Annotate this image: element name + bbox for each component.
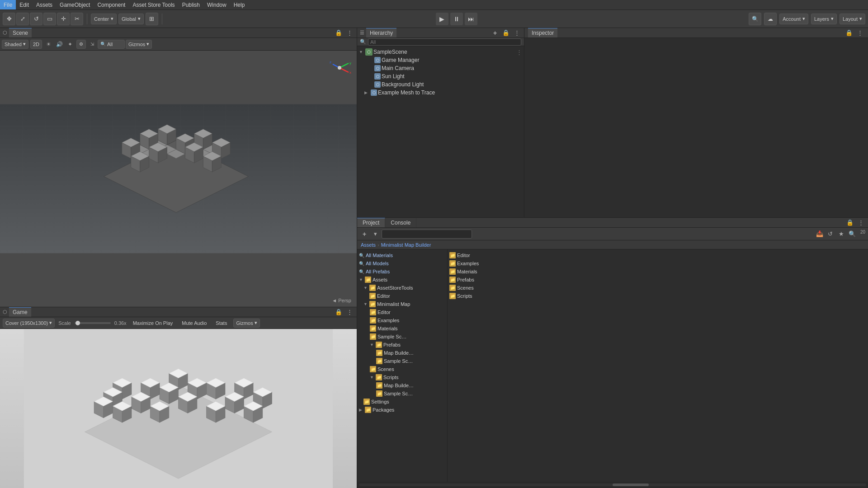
layers-filter-dropdown[interactable]: 🔍 All bbox=[98, 40, 125, 49]
proj-item-samplesc2[interactable]: 📁 Sample Sc… bbox=[357, 357, 447, 365]
hier-scene-more[interactable]: ⋮ bbox=[516, 49, 522, 56]
cloud-btn[interactable]: ☁ bbox=[764, 13, 777, 25]
proj-right-prefabs[interactable]: 📁 Prefabs bbox=[448, 276, 868, 284]
menu-publish[interactable]: Publish bbox=[179, 0, 203, 9]
space-dropdown[interactable]: Global ▾ bbox=[118, 14, 144, 24]
proj-item-settings[interactable]: 📁 Settings bbox=[357, 398, 447, 406]
hier-item-scene[interactable]: ▼ ⬡ SampleScene ⋮ bbox=[357, 48, 524, 56]
layout-dropdown[interactable]: Layout ▾ bbox=[840, 14, 865, 24]
proj-item-examples[interactable]: 📁 Examples bbox=[357, 316, 447, 324]
2d-toggle[interactable]: 2D bbox=[30, 40, 42, 49]
proj-star-btn[interactable]: ★ bbox=[837, 230, 846, 239]
proj-right-materials[interactable]: 📁 Materials bbox=[448, 267, 868, 276]
tab-project[interactable]: Project bbox=[357, 218, 385, 227]
menu-assets[interactable]: Assets bbox=[33, 0, 56, 9]
step-button[interactable]: ⏭ bbox=[465, 13, 477, 25]
tab-console[interactable]: Console bbox=[385, 218, 416, 227]
tool-move[interactable]: ⤢ bbox=[16, 13, 29, 25]
menu-assetstore[interactable]: Asset Store Tools bbox=[129, 0, 178, 9]
hier-item-examplemesh[interactable]: ▶ ⬡ Example Mesh to Trace bbox=[357, 89, 524, 97]
tab-inspector[interactable]: Inspector bbox=[528, 28, 557, 38]
proj-right-scenes[interactable]: 📁 Scenes bbox=[448, 284, 868, 292]
pause-button[interactable]: ⏸ bbox=[450, 13, 463, 25]
game-more-btn[interactable]: ⋮ bbox=[345, 308, 354, 317]
proj-item-editor-2[interactable]: 📁 Editor bbox=[357, 308, 447, 316]
proj-refresh-btn[interactable]: ↺ bbox=[826, 230, 835, 239]
pivot-dropdown[interactable]: Center ▾ bbox=[91, 14, 117, 24]
hier-lock-btn[interactable]: 🔒 bbox=[501, 28, 510, 38]
proj-right-scripts[interactable]: 📁 Scripts bbox=[448, 292, 868, 300]
scale-thumb[interactable] bbox=[75, 321, 80, 325]
scale-track[interactable] bbox=[75, 322, 111, 324]
tool-transform[interactable]: ✛ bbox=[57, 13, 70, 25]
fx-btn[interactable]: ✦ bbox=[66, 40, 75, 49]
hier-add-btn[interactable]: + bbox=[491, 28, 500, 38]
mute-audio-btn[interactable]: Mute Audio bbox=[179, 320, 209, 326]
hier-item-bglight[interactable]: ⬡ Background Light bbox=[357, 80, 524, 89]
scene-lock-btn[interactable]: 🔒 bbox=[334, 28, 343, 38]
hierarchy-search-input[interactable] bbox=[368, 38, 521, 46]
menu-file[interactable]: File bbox=[0, 0, 16, 9]
proj-item-samplesc1[interactable]: 📁 Sample Sc… bbox=[357, 333, 447, 341]
proj-item-scenes[interactable]: 📁 Scenes bbox=[357, 365, 447, 373]
inspector-more-btn[interactable]: ⋮ bbox=[855, 28, 864, 38]
scene-filter-dropdown[interactable]: ⚙ bbox=[76, 40, 86, 49]
hier-item-maincamera[interactable]: ⬡ Main Camera bbox=[357, 64, 524, 72]
layers-dropdown[interactable]: Layers ▾ bbox=[811, 14, 837, 24]
proj-more-btn[interactable]: ⋮ bbox=[856, 218, 865, 227]
project-search-input[interactable] bbox=[382, 230, 472, 239]
shading-dropdown[interactable]: Shaded ▾ bbox=[2, 40, 28, 49]
proj-item-materials[interactable]: 📁 Materials bbox=[357, 324, 447, 333]
account-dropdown[interactable]: Account ▾ bbox=[779, 14, 808, 24]
proj-item-prefabs[interactable]: ▼ 📁 Prefabs bbox=[357, 341, 447, 349]
breadcrumb-minimalist[interactable]: Minimalist Map Builder bbox=[381, 242, 431, 248]
game-gizmos-dropdown[interactable]: Gizmos ▾ bbox=[233, 319, 259, 328]
proj-folder-btn[interactable]: ▾ bbox=[371, 230, 380, 239]
proj-right-examples[interactable]: 📁 Examples bbox=[448, 259, 868, 267]
tool-scale[interactable]: ▭ bbox=[43, 13, 56, 25]
hier-item-sunlight[interactable]: ⬡ Sun Light bbox=[357, 72, 524, 80]
hier-item-gamemanager[interactable]: ⬡ Game Manager bbox=[357, 56, 524, 64]
tab-hierarchy[interactable]: Hierarchy bbox=[366, 28, 396, 38]
scrollbar-thumb[interactable] bbox=[613, 483, 649, 486]
scene-resize-btn[interactable]: ⇲ bbox=[88, 40, 97, 49]
project-scrollbar[interactable] bbox=[357, 482, 868, 488]
proj-item-scripts[interactable]: ▼ 📁 Scripts bbox=[357, 373, 447, 381]
proj-item-allmodels[interactable]: 🔍 All Models bbox=[357, 259, 447, 267]
scene-more-btn[interactable]: ⋮ bbox=[345, 28, 354, 38]
menu-help[interactable]: Help bbox=[230, 0, 249, 9]
proj-item-assets-root[interactable]: ▼ 📁 Assets bbox=[357, 276, 447, 284]
proj-item-minimalistmap[interactable]: ▼ 📁 Minimalist Map bbox=[357, 300, 447, 308]
maximize-on-play-btn[interactable]: Maximize On Play bbox=[130, 320, 176, 326]
game-lock-btn[interactable]: 🔒 bbox=[334, 308, 343, 317]
menu-component[interactable]: Component bbox=[94, 0, 129, 9]
play-button[interactable]: ▶ bbox=[436, 13, 448, 25]
proj-right-editor[interactable]: 📁 Editor bbox=[448, 251, 868, 259]
menu-gameobject[interactable]: GameObject bbox=[56, 0, 94, 9]
tab-game[interactable]: Game bbox=[9, 307, 31, 317]
tool-hand[interactable]: ✥ bbox=[3, 13, 15, 25]
inspector-lock-btn[interactable]: 🔒 bbox=[844, 28, 854, 38]
grid-btn[interactable]: ⊞ bbox=[146, 13, 158, 25]
proj-item-samplesc3[interactable]: 📁 Sample Sc… bbox=[357, 389, 447, 398]
tool-custom[interactable]: ✂ bbox=[71, 13, 83, 25]
hier-more-btn[interactable]: ⋮ bbox=[512, 28, 521, 38]
proj-add-btn[interactable]: + bbox=[360, 230, 369, 239]
menu-edit[interactable]: Edit bbox=[16, 0, 33, 9]
resolution-dropdown[interactable]: Cover (1950x1300) ▾ bbox=[3, 319, 55, 328]
stats-btn[interactable]: Stats bbox=[213, 320, 230, 326]
audio-btn[interactable]: 🔊 bbox=[55, 40, 64, 49]
proj-import-btn[interactable]: 📥 bbox=[815, 230, 824, 239]
proj-item-assetstoretools[interactable]: ▼ 📁 AssetStoreTools bbox=[357, 284, 447, 292]
tool-rotate[interactable]: ↺ bbox=[30, 13, 42, 25]
gizmos-dropdown[interactable]: Gizmos ▾ bbox=[126, 40, 152, 49]
tab-scene[interactable]: Scene bbox=[9, 28, 32, 38]
proj-item-mapbuilder1[interactable]: 📁 Map Builde… bbox=[357, 349, 447, 357]
menu-window[interactable]: Window bbox=[203, 0, 230, 9]
proj-lock-btn[interactable]: 🔒 bbox=[845, 218, 854, 227]
lighting-btn[interactable]: ☀ bbox=[44, 40, 53, 49]
proj-search-btn[interactable]: 🔍 bbox=[848, 230, 857, 239]
proj-item-editor-1[interactable]: 📁 Editor bbox=[357, 292, 447, 300]
breadcrumb-assets[interactable]: Assets bbox=[361, 242, 376, 248]
proj-item-mapbuilder2[interactable]: 📁 Map Builde… bbox=[357, 381, 447, 389]
